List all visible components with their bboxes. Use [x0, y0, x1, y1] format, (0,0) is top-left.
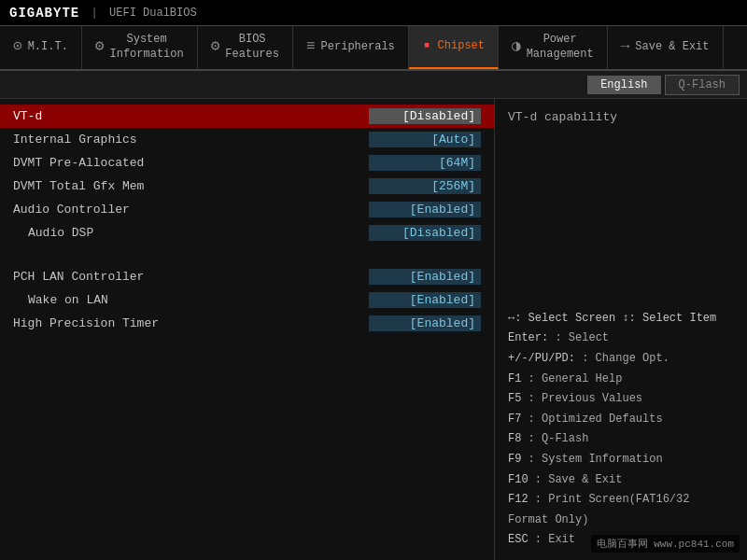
menu-row-3[interactable]: DVMT Total Gfx Mem[256M]	[0, 175, 494, 198]
tab-system-label: SystemInformation	[110, 33, 184, 62]
peripherals-icon: ≡	[306, 38, 316, 56]
menu-label-0: VT-d	[13, 109, 369, 123]
tool-bar: English Q-Flash	[0, 71, 747, 99]
menu-row-8[interactable]: Wake on LAN[Enabled]	[0, 288, 494, 312]
menu-value-1: [Auto]	[369, 132, 481, 147]
key-row-8: F10 : Save & Exit	[508, 470, 734, 491]
language-button[interactable]: English	[587, 76, 660, 94]
key-row-7: F9 : System Information	[508, 450, 734, 470]
key-name-6: F8	[508, 432, 521, 445]
key-name-2: +/-/PU/PD:	[508, 352, 575, 365]
key-name-7: F9	[508, 453, 521, 466]
menu-value-5: [Disabled]	[369, 225, 481, 241]
tab-mit-label: M.I.T.	[28, 40, 68, 55]
menu-row-4[interactable]: Audio Controller[Enabled]	[0, 198, 494, 221]
menu-value-4: [Enabled]	[369, 202, 481, 217]
brand-logo: GIGABYTE	[9, 6, 79, 21]
tab-bios-features[interactable]: ⚙ BIOSFeatures	[198, 26, 293, 69]
menu-label-1: Internal Graphics	[13, 133, 369, 147]
key-row-5: F7 : Optimized Defaults	[508, 410, 734, 430]
key-name-1: Enter:	[508, 331, 548, 344]
chipset-icon: ▪	[422, 36, 432, 57]
key-row-2: +/-/PU/PD: : Change Opt.	[508, 349, 734, 370]
menu-value-9: [Enabled]	[369, 315, 481, 331]
tab-save-exit[interactable]: → Save & Exit	[608, 26, 724, 69]
key-row-1: Enter: : Select	[508, 329, 734, 349]
key-name-3: F1	[508, 372, 521, 385]
tab-save-exit-label: Save & Exit	[635, 40, 709, 55]
left-panel: VT-d[Disabled]Internal Graphics[Auto]DVM…	[0, 99, 495, 560]
help-text: VT-d capability	[508, 108, 734, 127]
right-panel: VT-d capability ↔: Select Screen ↕: Sele…	[495, 99, 747, 560]
mit-icon: ⊙	[13, 38, 22, 56]
menu-row-1[interactable]: Internal Graphics[Auto]	[0, 128, 494, 151]
key-name-5: F7	[508, 413, 521, 426]
qflash-button[interactable]: Q-Flash	[665, 75, 740, 95]
power-icon: ◑	[512, 38, 521, 56]
menu-label-2: DVMT Pre-Allocated	[13, 156, 369, 170]
menu-row-6[interactable]	[0, 245, 494, 265]
key-row-9: F12 : Print Screen(FAT16/32 Format Only)	[508, 490, 734, 530]
header-bar: GIGABYTE | UEFI DualBIOS	[0, 0, 747, 26]
key-row-6: F8 : Q-Flash	[508, 429, 734, 450]
watermark: 电脑百事网 www.pc841.com	[591, 535, 740, 553]
menu-value-8: [Enabled]	[369, 292, 481, 308]
key-help: ↔: Select Screen ↕: Select ItemEnter: : …	[508, 309, 734, 551]
menu-row-5[interactable]: Audio DSP[Disabled]	[0, 221, 494, 245]
menu-label-8: Wake on LAN	[13, 293, 369, 307]
menu-value-2: [64M]	[369, 155, 481, 171]
key-name-8: F10	[508, 473, 529, 486]
menu-row-2[interactable]: DVMT Pre-Allocated[64M]	[0, 151, 494, 175]
menu-row-9[interactable]: High Precision Timer[Enabled]	[0, 312, 494, 335]
menu-row-7[interactable]: PCH LAN Controller[Enabled]	[0, 265, 494, 288]
tab-system-information[interactable]: ⚙ SystemInformation	[82, 26, 198, 69]
key-name-9: F12	[508, 493, 529, 506]
system-icon: ⚙	[95, 38, 105, 56]
divider: |	[91, 6, 98, 20]
menu-label-7: PCH LAN Controller	[13, 270, 369, 284]
menu-value-7: [Enabled]	[369, 269, 481, 285]
tab-power-label: PowerManagement	[527, 33, 594, 62]
key-arrows: ↔: Select Screen ↕: Select Item	[508, 312, 716, 325]
main-content: VT-d[Disabled]Internal Graphics[Auto]DVM…	[0, 99, 747, 560]
tab-bios-label: BIOSFeatures	[225, 33, 279, 62]
key-name-10: ESC	[508, 533, 529, 546]
menu-value-3: [256M]	[369, 178, 481, 194]
key-name-4: F5	[508, 392, 521, 405]
bios-title: UEFI DualBIOS	[109, 7, 197, 20]
menu-row-0[interactable]: VT-d[Disabled]	[0, 105, 494, 128]
menu-label-4: Audio Controller	[13, 203, 369, 217]
save-exit-icon: →	[621, 38, 630, 56]
tab-mit[interactable]: ⊙ M.I.T.	[0, 26, 82, 69]
menu-value-0: [Disabled]	[369, 108, 481, 124]
tab-peripherals-label: Peripherals	[321, 40, 395, 55]
key-row-3: F1 : General Help	[508, 370, 734, 390]
menu-label-5: Audio DSP	[13, 226, 369, 240]
tab-peripherals[interactable]: ≡ Peripherals	[293, 26, 409, 69]
tab-chipset-label: Chipset	[438, 39, 485, 54]
bios-icon: ⚙	[211, 38, 220, 56]
menu-label-3: DVMT Total Gfx Mem	[13, 179, 369, 193]
tab-chipset[interactable]: ▪ Chipset	[409, 26, 499, 69]
nav-tabs: ⊙ M.I.T. ⚙ SystemInformation ⚙ BIOSFeatu…	[0, 26, 747, 71]
menu-label-9: High Precision Timer	[13, 316, 369, 330]
key-row-0: ↔: Select Screen ↕: Select Item	[508, 309, 734, 329]
tab-power-management[interactable]: ◑ PowerManagement	[499, 26, 608, 69]
key-row-4: F5 : Previous Values	[508, 389, 734, 410]
